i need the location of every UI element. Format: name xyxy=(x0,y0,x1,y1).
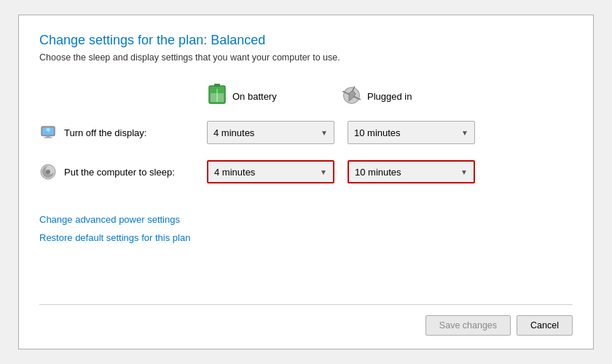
chevron-down-icon: ▼ xyxy=(320,168,327,176)
chevron-down-icon: ▼ xyxy=(460,168,468,176)
display-pluggedin-value: 10 minutes xyxy=(354,127,401,138)
display-selects: 4 minutes ▼ 10 minutes ▼ xyxy=(207,121,475,144)
sleep-icon xyxy=(39,163,57,181)
sleep-pluggedin-dropdown[interactable]: 10 minutes ▼ xyxy=(348,160,475,183)
pluggedin-column-header: Plugged in xyxy=(342,85,476,108)
chevron-down-icon: ▼ xyxy=(321,129,328,137)
pluggedin-label: Plugged in xyxy=(367,91,412,102)
restore-defaults-link[interactable]: Restore default settings for this plan xyxy=(39,232,573,243)
display-battery-value: 4 minutes xyxy=(213,127,254,138)
display-label: Turn off the display: xyxy=(64,127,146,138)
sleep-battery-value: 4 minutes xyxy=(214,167,255,178)
links-section: Change advanced power settings Restore d… xyxy=(39,214,573,243)
advanced-power-settings-link[interactable]: Change advanced power settings xyxy=(39,214,573,225)
footer-divider xyxy=(39,304,573,305)
battery-label: On battery xyxy=(232,91,277,102)
svg-point-13 xyxy=(46,170,50,174)
display-pluggedin-dropdown[interactable]: 10 minutes ▼ xyxy=(348,121,475,144)
sleep-row-label: Put the computer to sleep: xyxy=(39,163,207,181)
display-battery-dropdown[interactable]: 4 minutes ▼ xyxy=(207,121,334,144)
monitor-icon xyxy=(39,124,57,141)
dialog-title: Change settings for the plan: Balanced xyxy=(39,33,573,48)
svg-rect-1 xyxy=(214,84,220,87)
chevron-down-icon: ▼ xyxy=(461,129,468,137)
save-changes-button[interactable]: Save changes xyxy=(425,315,511,336)
sleep-battery-dropdown[interactable]: 4 minutes ▼ xyxy=(207,160,334,183)
svg-point-11 xyxy=(44,131,48,133)
plugged-in-icon xyxy=(339,82,366,111)
battery-column-header: On battery xyxy=(207,83,342,109)
sleep-selects: 4 minutes ▼ 10 minutes ▼ xyxy=(207,160,475,183)
svg-rect-8 xyxy=(46,136,50,138)
footer: Save changes Cancel xyxy=(39,315,573,336)
settings-dialog: Change settings for the plan: Balanced C… xyxy=(18,15,594,349)
display-row: Turn off the display: 4 minutes ▼ 10 min… xyxy=(39,119,573,146)
display-row-label: Turn off the display: xyxy=(39,124,207,141)
dialog-subtitle: Choose the sleep and display settings th… xyxy=(39,52,573,63)
sleep-pluggedin-value: 10 minutes xyxy=(355,167,401,178)
sleep-label: Put the computer to sleep: xyxy=(64,167,175,178)
battery-icon xyxy=(207,83,227,109)
sleep-row: Put the computer to sleep: 4 minutes ▼ 1… xyxy=(39,159,573,185)
column-headers: On battery Plugged in xyxy=(207,83,573,109)
svg-rect-9 xyxy=(44,137,52,138)
cancel-button[interactable]: Cancel xyxy=(517,315,573,336)
